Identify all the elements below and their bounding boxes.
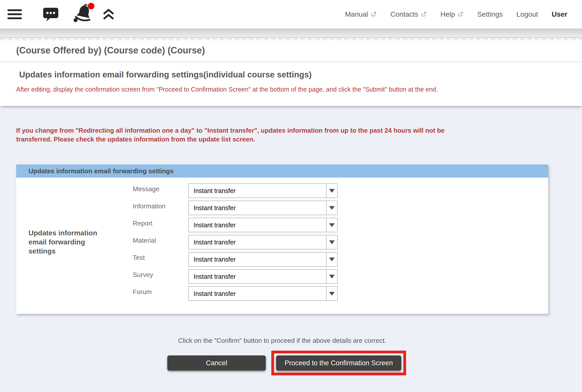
row-label: Test: [133, 254, 188, 262]
nav-settings-label: Settings: [477, 10, 503, 18]
page-header-panel: (Course Offered by) (Course code) (Cours…: [0, 37, 582, 106]
highlight-box: Proceed to the Confirmation Screen: [271, 351, 406, 375]
page-title: Updates information email forwarding set…: [19, 70, 566, 80]
table-row-survey: Survey Instant transfer: [133, 268, 338, 285]
course-title-row: (Course Offered by) (Course code) (Cours…: [0, 40, 582, 62]
select-value: Instant transfer: [189, 290, 236, 297]
external-link-icon: [371, 11, 377, 17]
header-shadow-band: [0, 29, 582, 37]
settings-rows: Message Instant transfer Information Ins…: [133, 182, 338, 302]
course-title: (Course Offered by) (Course code) (Cours…: [16, 45, 566, 56]
row-label: Message: [133, 185, 188, 193]
notification-bell-icon[interactable]: [74, 4, 93, 25]
row-label: Material: [133, 237, 188, 244]
select-value: Instant transfer: [189, 256, 236, 263]
table-row-forum: Forum Instant transfer: [133, 285, 338, 302]
chat-bubble-icon[interactable]: [42, 7, 59, 22]
caret-down-icon: [326, 253, 337, 266]
nav-logout[interactable]: Logout: [516, 10, 538, 18]
instruction-text: After editing, display the confirmation …: [16, 85, 566, 93]
main-content: If you change from "Redirecting all info…: [0, 126, 582, 375]
warning-text: If you change from "Redirecting all info…: [16, 126, 557, 144]
external-link-icon: [457, 11, 464, 17]
nav-help-label: Help: [440, 10, 455, 18]
nav-contacts[interactable]: Contacts: [390, 10, 427, 18]
nav-contacts-label: Contacts: [390, 10, 418, 18]
nav-logout-label: Logout: [516, 10, 538, 18]
select-value: Instant transfer: [189, 239, 236, 246]
confirm-note: Click on the "Confirm" button to proceed…: [16, 337, 548, 345]
table-row-report: Report Instant transfer: [133, 216, 338, 234]
material-select[interactable]: Instant transfer: [188, 235, 338, 249]
page-heading-section: Updates information email forwarding set…: [0, 62, 582, 106]
settings-table-header: Updates information email forwarding set…: [16, 164, 548, 178]
report-select[interactable]: Instant transfer: [188, 218, 338, 232]
table-row-message: Message Instant transfer: [133, 182, 338, 199]
forum-select[interactable]: Instant transfer: [188, 286, 338, 301]
hamburger-menu-icon[interactable]: [8, 9, 22, 19]
nav-manual[interactable]: Manual: [345, 10, 377, 18]
caret-down-icon: [326, 287, 337, 300]
action-buttons: Cancel Proceed to the Confirmation Scree…: [16, 351, 548, 375]
row-label: Report: [133, 219, 188, 227]
cancel-button[interactable]: Cancel: [167, 355, 266, 371]
caret-down-icon: [326, 270, 337, 283]
table-row-material: Material Instant transfer: [133, 234, 338, 251]
select-value: Instant transfer: [189, 221, 236, 229]
nav-settings[interactable]: Settings: [477, 10, 503, 18]
notification-dot: [88, 3, 94, 9]
top-bar-left: [8, 4, 115, 25]
double-chevron-up-icon[interactable]: [102, 9, 115, 20]
hamburger-bar: [8, 13, 22, 15]
external-link-icon: [420, 11, 427, 17]
group-label: Updates information email forwarding set…: [29, 229, 104, 256]
nav-user[interactable]: User: [552, 10, 567, 18]
top-nav: Manual Contacts Help Settings Logout Use…: [345, 10, 567, 18]
row-label: Survey: [133, 271, 188, 279]
hamburger-bar: [8, 17, 22, 19]
hamburger-bar: [8, 9, 22, 11]
information-select[interactable]: Instant transfer: [188, 201, 338, 215]
caret-down-icon: [326, 218, 337, 232]
caret-down-icon: [326, 235, 337, 249]
dashed-border: [0, 38, 582, 40]
nav-help[interactable]: Help: [440, 10, 464, 18]
settings-table-body: Updates information email forwarding set…: [16, 178, 548, 314]
nav-manual-label: Manual: [345, 10, 368, 18]
select-value: Instant transfer: [189, 273, 236, 280]
top-bar: Manual Contacts Help Settings Logout Use…: [0, 0, 582, 29]
test-select[interactable]: Instant transfer: [188, 252, 338, 267]
caret-down-icon: [326, 184, 337, 198]
table-row-information: Information Instant transfer: [133, 199, 338, 216]
select-value: Instant transfer: [189, 204, 236, 212]
group-label-cell: Updates information email forwarding set…: [16, 182, 133, 302]
row-label: Information: [133, 202, 188, 210]
nav-user-label: User: [552, 10, 567, 18]
proceed-to-confirmation-button[interactable]: Proceed to the Confirmation Screen: [276, 355, 401, 371]
caret-down-icon: [326, 201, 337, 215]
survey-select[interactable]: Instant transfer: [188, 269, 338, 284]
message-select[interactable]: Instant transfer: [188, 183, 338, 198]
select-value: Instant transfer: [189, 187, 236, 194]
table-row-test: Test Instant transfer: [133, 251, 338, 268]
settings-table: Updates information email forwarding set…: [16, 164, 548, 314]
row-label: Forum: [133, 288, 188, 296]
